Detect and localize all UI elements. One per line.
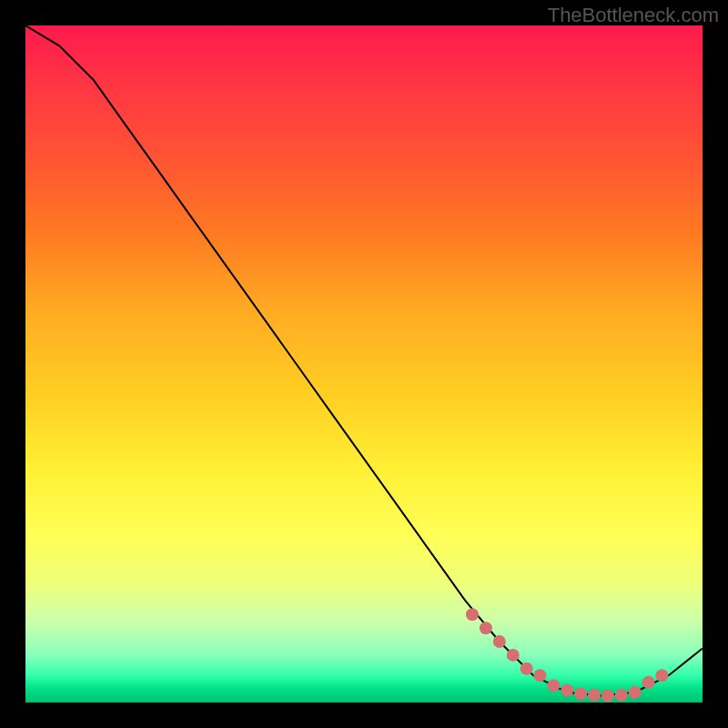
highlight-dot bbox=[574, 687, 587, 700]
highlight-dot bbox=[655, 669, 668, 682]
highlight-dot bbox=[480, 622, 492, 634]
highlight-dot bbox=[547, 679, 560, 692]
highlight-dot bbox=[466, 608, 479, 621]
chart-plot-area bbox=[25, 25, 703, 703]
watermark-text: TheBottleneck.com bbox=[548, 4, 719, 27]
highlight-dot bbox=[533, 669, 546, 682]
chart-svg bbox=[25, 25, 703, 703]
highlight-dot bbox=[521, 662, 533, 675]
curve-line bbox=[25, 25, 703, 696]
highlight-dot bbox=[642, 676, 655, 689]
highlight-dot bbox=[507, 649, 520, 662]
highlight-dot bbox=[561, 684, 573, 697]
highlight-dot bbox=[602, 690, 614, 703]
highlight-dot bbox=[615, 689, 628, 702]
highlight-dot bbox=[493, 635, 506, 648]
highlight-dot bbox=[588, 689, 601, 702]
highlight-dots-group bbox=[466, 608, 668, 702]
highlight-dot bbox=[629, 686, 642, 699]
